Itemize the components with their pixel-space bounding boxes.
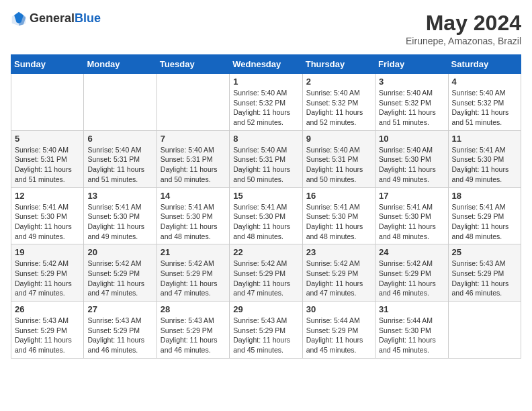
calendar-cell: 19Sunrise: 5:42 AM Sunset: 5:29 PM Dayli… bbox=[11, 244, 84, 302]
day-info: Sunrise: 5:40 AM Sunset: 5:32 PM Dayligh… bbox=[452, 88, 517, 128]
day-number: 25 bbox=[452, 247, 517, 257]
day-number: 14 bbox=[161, 191, 226, 201]
calendar-cell: 27Sunrise: 5:43 AM Sunset: 5:29 PM Dayli… bbox=[84, 302, 157, 359]
day-header-wednesday: Wednesday bbox=[230, 55, 302, 74]
calendar-week-row: 19Sunrise: 5:42 AM Sunset: 5:29 PM Dayli… bbox=[11, 244, 521, 302]
calendar-week-row: 5Sunrise: 5:40 AM Sunset: 5:31 PM Daylig… bbox=[11, 130, 521, 187]
day-info: Sunrise: 5:44 AM Sunset: 5:30 PM Dayligh… bbox=[379, 316, 444, 355]
logo: GeneralBlue bbox=[11, 11, 101, 27]
day-info: Sunrise: 5:43 AM Sunset: 5:29 PM Dayligh… bbox=[87, 316, 152, 355]
calendar-header-row: SundayMondayTuesdayWednesdayThursdayFrid… bbox=[11, 55, 521, 74]
day-info: Sunrise: 5:41 AM Sunset: 5:30 PM Dayligh… bbox=[15, 202, 80, 242]
day-info: Sunrise: 5:43 AM Sunset: 5:29 PM Dayligh… bbox=[233, 316, 298, 355]
title-area: May 2024 Eirunepe, Amazonas, Brazil bbox=[406, 11, 521, 46]
calendar-week-row: 12Sunrise: 5:41 AM Sunset: 5:30 PM Dayli… bbox=[11, 187, 521, 244]
day-info: Sunrise: 5:41 AM Sunset: 5:30 PM Dayligh… bbox=[233, 202, 298, 242]
calendar-cell: 17Sunrise: 5:41 AM Sunset: 5:30 PM Dayli… bbox=[375, 187, 448, 244]
calendar-cell: 9Sunrise: 5:40 AM Sunset: 5:31 PM Daylig… bbox=[302, 130, 375, 187]
day-info: Sunrise: 5:41 AM Sunset: 5:29 PM Dayligh… bbox=[452, 202, 517, 242]
calendar-table: SundayMondayTuesdayWednesdayThursdayFrid… bbox=[11, 54, 521, 359]
calendar-cell: 15Sunrise: 5:41 AM Sunset: 5:30 PM Dayli… bbox=[230, 187, 302, 244]
calendar-cell: 6Sunrise: 5:40 AM Sunset: 5:31 PM Daylig… bbox=[84, 130, 157, 187]
day-header-monday: Monday bbox=[84, 55, 157, 74]
day-header-friday: Friday bbox=[375, 55, 448, 74]
day-info: Sunrise: 5:42 AM Sunset: 5:29 PM Dayligh… bbox=[233, 259, 298, 298]
day-number: 15 bbox=[233, 191, 298, 201]
day-info: Sunrise: 5:42 AM Sunset: 5:29 PM Dayligh… bbox=[379, 259, 444, 298]
calendar-cell bbox=[157, 74, 229, 131]
calendar-cell: 28Sunrise: 5:43 AM Sunset: 5:29 PM Dayli… bbox=[157, 302, 229, 359]
day-number: 7 bbox=[161, 134, 226, 144]
day-info: Sunrise: 5:41 AM Sunset: 5:30 PM Dayligh… bbox=[452, 145, 517, 185]
day-number: 30 bbox=[306, 304, 371, 314]
day-number: 29 bbox=[233, 304, 298, 314]
day-number: 12 bbox=[15, 191, 80, 201]
day-info: Sunrise: 5:43 AM Sunset: 5:29 PM Dayligh… bbox=[15, 316, 80, 355]
calendar-cell: 3Sunrise: 5:40 AM Sunset: 5:32 PM Daylig… bbox=[375, 74, 448, 131]
calendar-cell: 5Sunrise: 5:40 AM Sunset: 5:31 PM Daylig… bbox=[11, 130, 84, 187]
day-number: 5 bbox=[15, 134, 80, 144]
calendar-cell: 26Sunrise: 5:43 AM Sunset: 5:29 PM Dayli… bbox=[11, 302, 84, 359]
day-number: 28 bbox=[161, 304, 226, 314]
day-number: 20 bbox=[87, 247, 152, 257]
day-info: Sunrise: 5:42 AM Sunset: 5:29 PM Dayligh… bbox=[306, 259, 371, 298]
calendar-cell bbox=[84, 74, 157, 131]
day-header-thursday: Thursday bbox=[302, 55, 375, 74]
day-number: 18 bbox=[452, 191, 517, 201]
day-info: Sunrise: 5:42 AM Sunset: 5:29 PM Dayligh… bbox=[161, 259, 226, 298]
day-info: Sunrise: 5:43 AM Sunset: 5:29 PM Dayligh… bbox=[452, 259, 517, 298]
day-number: 8 bbox=[233, 134, 298, 144]
day-info: Sunrise: 5:40 AM Sunset: 5:31 PM Dayligh… bbox=[87, 145, 152, 185]
day-number: 22 bbox=[233, 247, 298, 257]
calendar-cell: 8Sunrise: 5:40 AM Sunset: 5:31 PM Daylig… bbox=[230, 130, 302, 187]
day-info: Sunrise: 5:41 AM Sunset: 5:30 PM Dayligh… bbox=[379, 202, 444, 242]
day-info: Sunrise: 5:44 AM Sunset: 5:29 PM Dayligh… bbox=[306, 316, 371, 355]
day-number: 4 bbox=[452, 77, 517, 87]
calendar-cell: 18Sunrise: 5:41 AM Sunset: 5:29 PM Dayli… bbox=[448, 187, 521, 244]
calendar-cell: 30Sunrise: 5:44 AM Sunset: 5:29 PM Dayli… bbox=[302, 302, 375, 359]
day-number: 24 bbox=[379, 247, 444, 257]
calendar-week-row: 26Sunrise: 5:43 AM Sunset: 5:29 PM Dayli… bbox=[11, 302, 521, 359]
day-number: 26 bbox=[15, 304, 80, 314]
day-number: 13 bbox=[87, 191, 152, 201]
calendar-cell: 22Sunrise: 5:42 AM Sunset: 5:29 PM Dayli… bbox=[230, 244, 302, 302]
day-info: Sunrise: 5:40 AM Sunset: 5:31 PM Dayligh… bbox=[15, 145, 80, 185]
day-info: Sunrise: 5:40 AM Sunset: 5:32 PM Dayligh… bbox=[306, 88, 371, 128]
calendar-cell: 4Sunrise: 5:40 AM Sunset: 5:32 PM Daylig… bbox=[448, 74, 521, 131]
calendar-cell: 1Sunrise: 5:40 AM Sunset: 5:32 PM Daylig… bbox=[230, 74, 302, 131]
day-info: Sunrise: 5:40 AM Sunset: 5:30 PM Dayligh… bbox=[379, 145, 444, 185]
day-info: Sunrise: 5:40 AM Sunset: 5:32 PM Dayligh… bbox=[379, 88, 444, 128]
logo-icon bbox=[11, 11, 27, 27]
calendar-cell: 21Sunrise: 5:42 AM Sunset: 5:29 PM Dayli… bbox=[157, 244, 229, 302]
day-number: 21 bbox=[161, 247, 226, 257]
calendar-cell: 10Sunrise: 5:40 AM Sunset: 5:30 PM Dayli… bbox=[375, 130, 448, 187]
calendar-cell: 11Sunrise: 5:41 AM Sunset: 5:30 PM Dayli… bbox=[448, 130, 521, 187]
day-number: 10 bbox=[379, 134, 444, 144]
day-info: Sunrise: 5:43 AM Sunset: 5:29 PM Dayligh… bbox=[161, 316, 226, 355]
calendar-cell: 13Sunrise: 5:41 AM Sunset: 5:30 PM Dayli… bbox=[84, 187, 157, 244]
calendar-cell: 12Sunrise: 5:41 AM Sunset: 5:30 PM Dayli… bbox=[11, 187, 84, 244]
day-number: 17 bbox=[379, 191, 444, 201]
day-number: 19 bbox=[15, 247, 80, 257]
calendar-cell: 16Sunrise: 5:41 AM Sunset: 5:30 PM Dayli… bbox=[302, 187, 375, 244]
day-header-saturday: Saturday bbox=[448, 55, 521, 74]
page-header: GeneralBlue May 2024 Eirunepe, Amazonas,… bbox=[11, 11, 521, 46]
location: Eirunepe, Amazonas, Brazil bbox=[406, 36, 521, 46]
day-number: 9 bbox=[306, 134, 371, 144]
day-info: Sunrise: 5:40 AM Sunset: 5:32 PM Dayligh… bbox=[233, 88, 298, 128]
logo-text: GeneralBlue bbox=[30, 12, 101, 26]
calendar-cell bbox=[448, 302, 521, 359]
day-info: Sunrise: 5:40 AM Sunset: 5:31 PM Dayligh… bbox=[306, 145, 371, 185]
day-number: 6 bbox=[87, 134, 152, 144]
calendar-cell: 29Sunrise: 5:43 AM Sunset: 5:29 PM Dayli… bbox=[230, 302, 302, 359]
day-info: Sunrise: 5:40 AM Sunset: 5:31 PM Dayligh… bbox=[233, 145, 298, 185]
day-info: Sunrise: 5:42 AM Sunset: 5:29 PM Dayligh… bbox=[87, 259, 152, 298]
calendar-cell: 2Sunrise: 5:40 AM Sunset: 5:32 PM Daylig… bbox=[302, 74, 375, 131]
calendar-cell: 20Sunrise: 5:42 AM Sunset: 5:29 PM Dayli… bbox=[84, 244, 157, 302]
calendar-week-row: 1Sunrise: 5:40 AM Sunset: 5:32 PM Daylig… bbox=[11, 74, 521, 131]
day-number: 3 bbox=[379, 77, 444, 87]
calendar-cell: 24Sunrise: 5:42 AM Sunset: 5:29 PM Dayli… bbox=[375, 244, 448, 302]
day-header-sunday: Sunday bbox=[11, 55, 84, 74]
calendar-cell bbox=[11, 74, 84, 131]
calendar-cell: 23Sunrise: 5:42 AM Sunset: 5:29 PM Dayli… bbox=[302, 244, 375, 302]
